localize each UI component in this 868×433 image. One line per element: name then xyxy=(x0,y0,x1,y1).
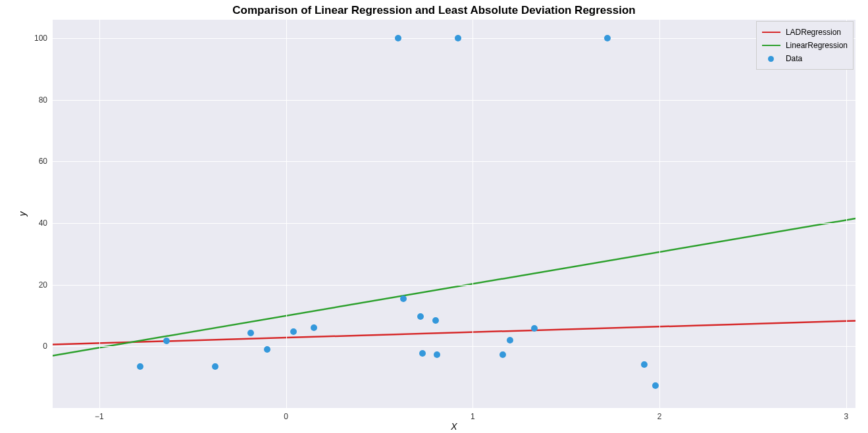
data-point xyxy=(652,382,659,389)
chart-container: Comparison of Linear Regression and Leas… xyxy=(0,0,868,433)
data-point xyxy=(641,361,648,368)
x-tick-label: −1 xyxy=(95,412,104,421)
regression-line xyxy=(53,218,855,355)
grid-line-horizontal xyxy=(53,223,855,224)
legend-marker-swatch xyxy=(762,56,780,62)
legend-item: Data xyxy=(762,52,848,65)
y-tick-label: 60 xyxy=(39,157,47,166)
plot-area xyxy=(53,20,855,408)
grid-line-vertical xyxy=(286,20,287,408)
grid-line-vertical xyxy=(472,20,473,408)
grid-line-horizontal xyxy=(53,285,855,286)
y-tick-label: 40 xyxy=(39,218,47,228)
data-point xyxy=(395,35,401,41)
data-point xyxy=(290,328,297,335)
grid-line-vertical xyxy=(846,20,847,408)
y-axis-label: y xyxy=(17,212,28,216)
y-tick-label: 100 xyxy=(34,34,47,43)
legend-line-swatch xyxy=(762,45,780,47)
grid-line-horizontal xyxy=(53,346,855,347)
y-tick-label: 0 xyxy=(43,342,47,351)
regression-line xyxy=(53,320,855,344)
legend-label: LADRegression xyxy=(786,28,841,37)
grid-line-horizontal xyxy=(53,161,855,162)
x-tick-label: 2 xyxy=(657,412,662,421)
legend-label: LinearRegression xyxy=(786,41,848,50)
data-point xyxy=(507,337,513,344)
legend-label: Data xyxy=(786,54,802,63)
legend-line-swatch xyxy=(762,32,780,34)
data-point xyxy=(455,35,461,41)
legend-item: LinearRegression xyxy=(762,39,848,52)
grid-line-vertical xyxy=(659,20,660,408)
data-point xyxy=(264,346,270,353)
x-tick-label: 0 xyxy=(284,412,288,421)
y-tick-label: 80 xyxy=(39,95,47,105)
data-point xyxy=(417,313,424,320)
data-point xyxy=(212,363,218,370)
data-point xyxy=(432,317,439,324)
x-axis-label: X xyxy=(451,421,457,432)
data-point xyxy=(400,295,407,302)
data-point xyxy=(311,324,317,331)
regression-lines xyxy=(53,20,855,408)
x-tick-label: 3 xyxy=(844,412,848,421)
grid-line-vertical xyxy=(99,20,100,408)
data-point xyxy=(531,325,538,332)
legend: LADRegressionLinearRegressionData xyxy=(756,21,854,70)
data-point xyxy=(137,363,143,370)
data-point xyxy=(419,350,426,357)
legend-item: LADRegression xyxy=(762,26,848,39)
data-point xyxy=(499,351,506,358)
chart-title: Comparison of Linear Regression and Leas… xyxy=(0,4,868,17)
data-point xyxy=(163,338,170,344)
grid-line-horizontal xyxy=(53,100,855,101)
x-tick-label: 1 xyxy=(471,412,475,421)
data-point xyxy=(434,351,440,358)
y-tick-label: 20 xyxy=(39,280,47,290)
data-point xyxy=(604,35,611,41)
data-point xyxy=(247,330,254,336)
